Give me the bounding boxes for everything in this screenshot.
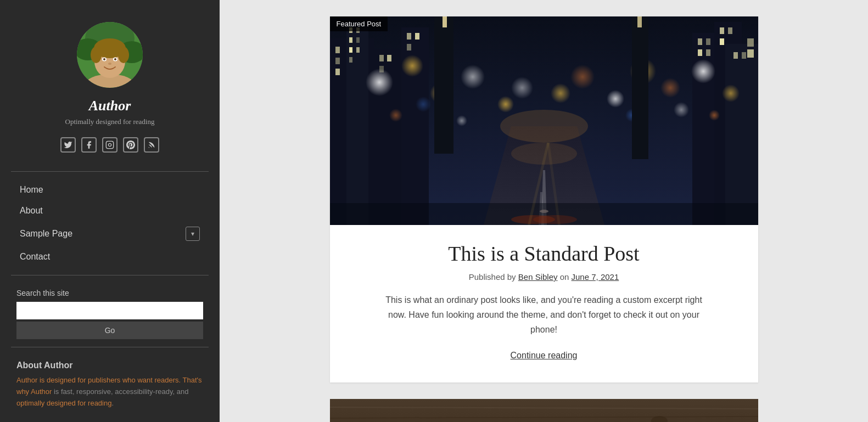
svg-point-65 <box>607 90 624 108</box>
svg-rect-26 <box>349 47 352 53</box>
about-author-link-3[interactable]: optimally designed for reading <box>16 399 111 407</box>
svg-rect-49 <box>742 52 746 59</box>
svg-point-12 <box>114 58 116 60</box>
svg-point-71 <box>456 115 467 126</box>
svg-rect-47 <box>720 38 724 45</box>
svg-rect-35 <box>407 33 411 40</box>
sidebar-item-about[interactable]: About <box>16 200 203 221</box>
sidebar-divider-1 <box>11 171 209 172</box>
sidebar-divider-3 <box>11 347 209 347</box>
svg-point-11 <box>103 58 105 60</box>
rss-icon[interactable] <box>144 137 159 153</box>
svg-rect-51 <box>747 49 754 58</box>
svg-rect-83 <box>330 203 758 225</box>
post-body: This is a Standard Post Published by Ben… <box>330 225 758 382</box>
site-title: Author <box>89 98 131 114</box>
avatar <box>77 22 143 88</box>
second-post-card-partial <box>330 399 758 422</box>
svg-rect-46 <box>728 27 732 34</box>
main-content: Featured Post <box>220 0 868 422</box>
sidebar-item-home[interactable]: Home <box>16 179 203 200</box>
svg-point-13 <box>108 63 111 65</box>
about-author-section: About Author Author is designed for publ… <box>11 361 209 409</box>
search-label: Search this site <box>16 289 203 297</box>
featured-image-wrap: Featured Post <box>330 16 758 225</box>
site-tagline: Optimally designed for reading <box>65 117 155 126</box>
continue-reading-link[interactable]: Continue reading <box>511 351 578 360</box>
svg-rect-41 <box>698 38 702 45</box>
post-title[interactable]: This is a Standard Post <box>352 241 736 266</box>
search-section: Search this site Go <box>11 289 209 339</box>
second-post-image[interactable] <box>330 399 758 422</box>
svg-point-63 <box>551 83 570 103</box>
svg-point-60 <box>461 65 485 89</box>
post-date-link[interactable]: June 7, 2021 <box>572 272 619 282</box>
svg-point-58 <box>401 55 423 77</box>
svg-point-67 <box>660 78 680 98</box>
sidebar-item-contact-label: Contact <box>20 252 50 262</box>
svg-point-68 <box>691 59 715 83</box>
svg-rect-29 <box>335 47 340 53</box>
social-icons <box>60 137 159 153</box>
sample-page-toggle[interactable]: ▾ <box>186 227 200 241</box>
sidebar-item-sample-page-label: Sample Page <box>20 229 72 239</box>
sidebar-item-contact[interactable]: Contact <box>16 246 203 267</box>
about-author-title: About Author <box>16 361 203 370</box>
twitter-icon[interactable] <box>60 137 76 153</box>
svg-point-62 <box>511 77 533 99</box>
search-button[interactable]: Go <box>16 322 203 339</box>
sidebar-item-sample-page[interactable]: Sample Page ▾ <box>16 221 203 246</box>
featured-badge: Featured Post <box>330 16 388 31</box>
svg-rect-86 <box>330 399 758 422</box>
svg-rect-36 <box>415 33 419 40</box>
sidebar-divider-2 <box>11 275 209 275</box>
post-excerpt: This is what an ordinary post looks like… <box>379 292 709 337</box>
svg-point-75 <box>709 110 720 121</box>
svg-rect-42 <box>706 38 710 45</box>
svg-point-69 <box>722 85 740 102</box>
svg-rect-40 <box>725 44 758 225</box>
facebook-icon[interactable] <box>81 137 97 153</box>
svg-point-70 <box>389 109 402 122</box>
post-author-link[interactable]: Ben Sibley <box>518 272 558 282</box>
svg-rect-25 <box>356 37 360 43</box>
featured-post-image[interactable] <box>330 16 758 225</box>
sidebar-item-about-label: About <box>20 206 43 216</box>
svg-point-61 <box>497 96 514 112</box>
svg-rect-43 <box>698 49 702 56</box>
svg-rect-78 <box>632 16 648 159</box>
instagram-icon[interactable] <box>102 137 117 153</box>
svg-point-16 <box>149 147 149 148</box>
post-meta-prefix: Published by <box>469 272 518 282</box>
svg-point-8 <box>118 47 129 63</box>
svg-point-57 <box>366 69 393 96</box>
search-input[interactable] <box>16 302 203 319</box>
svg-point-7 <box>91 47 102 63</box>
featured-post-card: Featured Post <box>330 16 758 382</box>
sidebar-nav: Home About Sample Page ▾ Contact <box>11 179 209 267</box>
sidebar: Author Optimally designed for reading Ho… <box>0 0 220 422</box>
post-meta-date-prefix: on <box>558 272 572 282</box>
sidebar-item-home-label: Home <box>20 185 43 195</box>
svg-rect-32 <box>379 55 384 61</box>
svg-rect-37 <box>407 44 411 50</box>
svg-point-72 <box>416 97 431 112</box>
svg-rect-76 <box>434 16 453 154</box>
post-meta: Published by Ben Sibley on June 7, 2021 <box>352 272 736 282</box>
svg-rect-33 <box>387 55 391 61</box>
svg-rect-48 <box>733 52 738 59</box>
svg-point-64 <box>570 65 595 89</box>
about-author-link-2[interactable]: Author <box>31 387 52 396</box>
svg-point-55 <box>500 110 588 143</box>
svg-rect-79 <box>637 16 642 27</box>
svg-rect-14 <box>106 141 113 148</box>
svg-rect-44 <box>706 49 710 56</box>
svg-rect-45 <box>720 27 724 34</box>
svg-rect-30 <box>335 58 340 64</box>
svg-rect-77 <box>443 16 447 27</box>
svg-rect-27 <box>356 47 360 53</box>
svg-rect-28 <box>349 57 352 63</box>
svg-rect-50 <box>747 38 754 47</box>
pinterest-icon[interactable] <box>123 137 138 153</box>
svg-rect-24 <box>349 37 352 43</box>
